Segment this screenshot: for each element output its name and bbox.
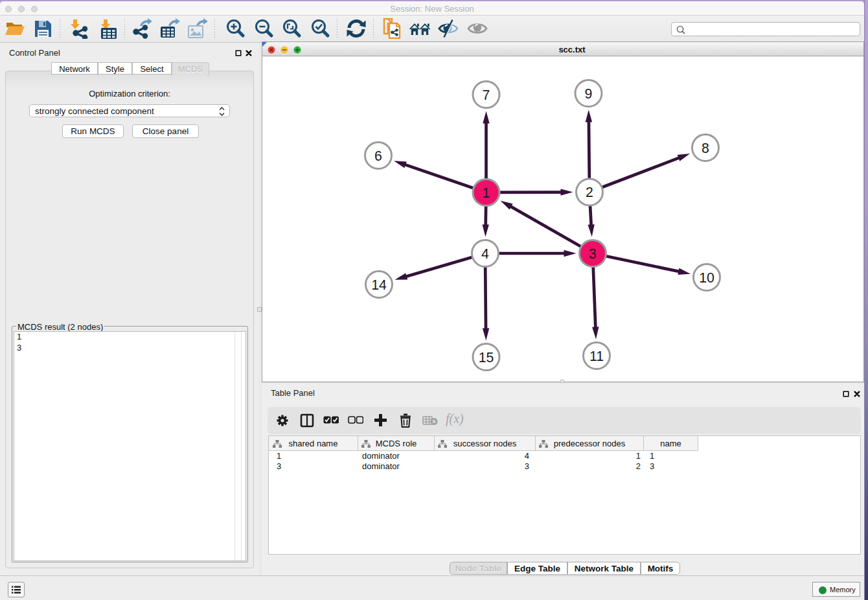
svg-text:4: 4 — [481, 246, 489, 262]
svg-text:6: 6 — [374, 148, 382, 164]
svg-text:10: 10 — [699, 270, 714, 286]
svg-text:1: 1 — [483, 185, 490, 201]
svg-text:2: 2 — [586, 185, 593, 200]
svg-text:8: 8 — [702, 141, 709, 156]
svg-text:11: 11 — [589, 349, 604, 364]
svg-text:9: 9 — [585, 86, 593, 102]
svg-text:15: 15 — [479, 350, 494, 365]
svg-text:14: 14 — [371, 277, 387, 293]
svg-text:7: 7 — [483, 87, 490, 103]
svg-text:3: 3 — [589, 246, 597, 262]
